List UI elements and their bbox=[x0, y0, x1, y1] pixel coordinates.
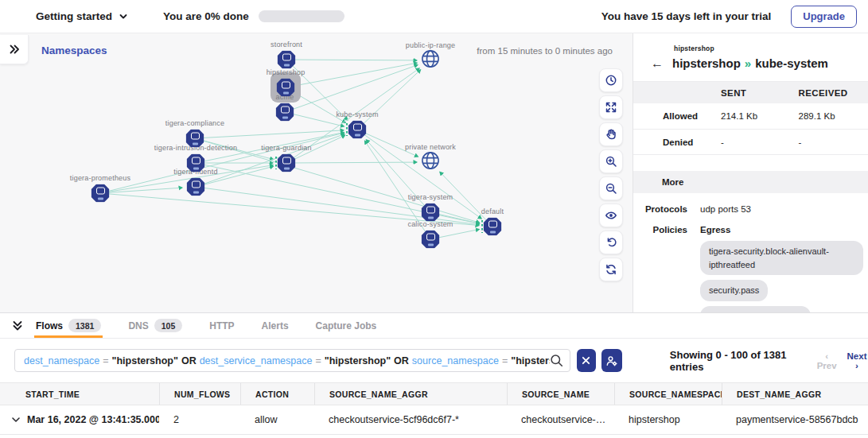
eye-icon bbox=[605, 209, 617, 222]
policy-pill: tigera-security.block-alienvault-ipthrea… bbox=[700, 241, 863, 275]
filter-token-op: = bbox=[315, 355, 321, 366]
policy-pill: platform.allow-kube-dns bbox=[700, 306, 811, 313]
tab-count-badge: 1381 bbox=[68, 319, 101, 332]
graph-node-acme[interactable] bbox=[276, 103, 294, 122]
tab-count-badge: 105 bbox=[154, 319, 183, 332]
graph-node-kube-system[interactable] bbox=[348, 121, 367, 139]
prev-page-link[interactable]: ‹ Prev bbox=[815, 351, 838, 370]
expand-side-nav-button[interactable] bbox=[0, 35, 29, 64]
clear-filter-button[interactable] bbox=[577, 349, 596, 372]
graph-node-tigera-prometheus[interactable] bbox=[91, 184, 110, 203]
protocols-label: Protocols bbox=[633, 204, 687, 214]
globe-icon bbox=[420, 48, 442, 70]
visibility-button[interactable] bbox=[599, 203, 623, 227]
flows-table: START_TIMENUM_FLOWSACTIONSOURCE_NAME_AGG… bbox=[0, 382, 868, 435]
tab-label: Flows bbox=[36, 320, 63, 331]
protocols-value: udp ports 53 bbox=[700, 204, 868, 214]
graph-node-label: tigera-compliance bbox=[165, 119, 224, 127]
graph-node-default[interactable] bbox=[484, 218, 502, 236]
undo-icon bbox=[605, 236, 617, 249]
graph-edge bbox=[286, 162, 417, 163]
table-row[interactable]: Mar 16, 2022 @ 13:41:35.0002allowcheckou… bbox=[0, 405, 868, 435]
double-chevron-down-icon bbox=[11, 320, 24, 332]
filter-token-field: source_namespace bbox=[412, 355, 499, 366]
stats-col-sent: SENT bbox=[713, 88, 791, 98]
graph-node-label: storefront bbox=[271, 41, 302, 48]
filter-token-op: = bbox=[103, 355, 108, 366]
next-page-link[interactable]: Next › bbox=[846, 351, 868, 370]
undo-button[interactable] bbox=[599, 231, 623, 254]
tab-http[interactable]: HTTP bbox=[208, 313, 235, 338]
tab-alerts[interactable]: Alerts bbox=[260, 313, 290, 338]
tab-capture-jobs[interactable]: Capture Jobs bbox=[314, 313, 379, 338]
getting-started-label: Getting started bbox=[36, 10, 112, 22]
user-settings-button[interactable] bbox=[601, 349, 622, 372]
graph-node-label: tigera-guardian bbox=[261, 144, 312, 152]
protocols-row: Protocols udp ports 53 bbox=[633, 204, 868, 214]
filter-token-op: = bbox=[502, 355, 508, 366]
service-graph-page: Getting started You are 0% done You have… bbox=[0, 0, 868, 438]
flows-table-header: START_TIMENUM_FLOWSACTIONSOURCE_NAME_AGG… bbox=[0, 382, 868, 405]
graph-node-label: tigera-prometheus bbox=[70, 174, 130, 182]
graph-toolbar bbox=[599, 68, 623, 281]
graph-node-storefront[interactable] bbox=[278, 51, 296, 69]
graph-node-label: calico-system bbox=[407, 220, 453, 228]
tab-label: Capture Jobs bbox=[316, 320, 377, 331]
time-range-button[interactable] bbox=[599, 68, 623, 92]
back-arrow-icon[interactable]: ← bbox=[651, 57, 664, 70]
zoom-out-button[interactable] bbox=[599, 176, 623, 200]
column-header-source_name: SOURCE_NAME bbox=[507, 383, 614, 405]
namespace-icon bbox=[277, 79, 295, 97]
flow-direction-icon: » bbox=[745, 56, 751, 70]
namespace-icon bbox=[422, 203, 440, 222]
service-graph-canvas[interactable]: storefrontpublic-ip-rangehipstershopacme… bbox=[0, 33, 633, 312]
refresh-button[interactable] bbox=[599, 258, 623, 281]
graph-node-tigera-compliance[interactable] bbox=[186, 130, 204, 148]
flows-table-body: Mar 16, 2022 @ 13:41:35.0002allowcheckou… bbox=[0, 405, 868, 435]
tab-label: DNS bbox=[128, 320, 148, 331]
column-header-dest_name_aggr: DEST_NAME_AGGR bbox=[722, 383, 868, 405]
onboarding-progress-text: You are 0% done bbox=[163, 10, 249, 22]
cell-source_name_aggr: checkoutservice-5cf96dc6f7-* bbox=[314, 405, 507, 434]
upgrade-button[interactable]: Upgrade bbox=[791, 6, 857, 28]
namespace-icon bbox=[422, 231, 440, 249]
collapse-panel-button[interactable] bbox=[11, 313, 25, 338]
globe-icon bbox=[420, 150, 442, 172]
onboarding-progress-bar bbox=[259, 10, 344, 22]
policies-group-label: Egress bbox=[700, 225, 868, 235]
expand-icon bbox=[605, 101, 617, 114]
namespace-icon bbox=[278, 154, 296, 172]
filter-query-input[interactable]: dest_namespace="hipstershop"ORdest_servi… bbox=[14, 349, 570, 372]
pan-button[interactable] bbox=[599, 122, 623, 146]
stats-row-allowed: Allowed 214.1 Kb 289.1 Kb bbox=[633, 103, 868, 130]
filter-token-bool: OR bbox=[394, 355, 409, 366]
graph-node-hipstershop[interactable] bbox=[277, 79, 295, 97]
graph-node-calico-system[interactable] bbox=[422, 231, 440, 249]
graph-node-tigera-system[interactable] bbox=[422, 203, 440, 222]
cell-num_flows: 2 bbox=[159, 405, 240, 434]
graph-node-tigera-guardian[interactable] bbox=[278, 154, 296, 172]
trial-days-text: You have 15 days left in your trial bbox=[601, 10, 772, 22]
user-gear-icon bbox=[605, 355, 618, 367]
fit-to-screen-button[interactable] bbox=[599, 95, 623, 119]
cell-source_namespace: hipstershop bbox=[614, 405, 722, 434]
graph-edges bbox=[0, 33, 633, 312]
filter-query-text: dest_namespace="hipstershop"ORdest_servi… bbox=[24, 355, 550, 366]
zoom-in-button[interactable] bbox=[599, 149, 623, 173]
graph-node-tigera-fluentd[interactable] bbox=[187, 178, 205, 196]
graph-node-tigera-intrusion-detection[interactable] bbox=[187, 154, 205, 172]
getting-started-menu[interactable]: Getting started bbox=[36, 10, 128, 22]
tab-dns[interactable]: DNS105 bbox=[127, 313, 184, 338]
search-icon bbox=[550, 354, 563, 367]
graph-view-title: Namespaces bbox=[41, 45, 107, 56]
clock-icon bbox=[605, 74, 617, 87]
tab-flows[interactable]: Flows1381 bbox=[34, 313, 103, 338]
expand-row-icon[interactable] bbox=[10, 414, 21, 425]
column-header-start_time: START_TIME bbox=[0, 383, 159, 405]
namespace-icon bbox=[186, 130, 204, 148]
top-bar: Getting started You are 0% done You have… bbox=[0, 0, 868, 33]
graph-node-public-ip-range[interactable] bbox=[420, 48, 442, 73]
namespace-icon bbox=[348, 121, 367, 139]
graph-node-private-network[interactable] bbox=[420, 150, 442, 175]
namespace-icon bbox=[278, 51, 296, 69]
